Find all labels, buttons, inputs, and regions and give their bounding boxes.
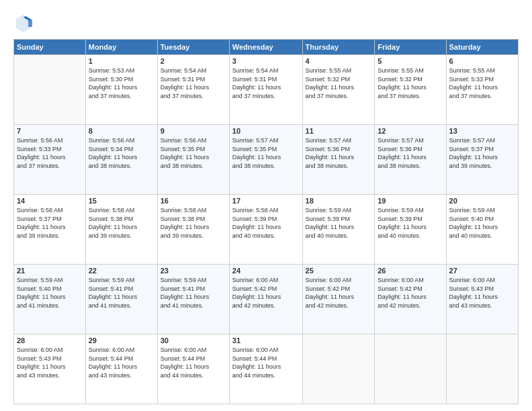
calendar-cell: 30Sunrise: 6:00 AM Sunset: 5:44 PM Dayli…	[157, 334, 229, 404]
calendar-cell: 16Sunrise: 5:58 AM Sunset: 5:38 PM Dayli…	[157, 195, 229, 265]
day-number: 22	[89, 267, 154, 275]
calendar-cell: 28Sunrise: 6:00 AM Sunset: 5:43 PM Dayli…	[14, 334, 86, 404]
calendar-cell: 10Sunrise: 5:57 AM Sunset: 5:35 PM Dayli…	[229, 125, 302, 195]
calendar-cell: 17Sunrise: 5:58 AM Sunset: 5:39 PM Dayli…	[229, 195, 302, 265]
calendar-cell: 22Sunrise: 5:59 AM Sunset: 5:41 PM Dayli…	[85, 265, 157, 334]
calendar-cell: 25Sunrise: 6:00 AM Sunset: 5:42 PM Dayli…	[302, 265, 375, 334]
calendar-week-row: 14Sunrise: 5:58 AM Sunset: 5:37 PM Dayli…	[14, 195, 519, 265]
day-number: 15	[89, 197, 154, 205]
logo	[13, 13, 36, 34]
day-number: 3	[232, 57, 300, 65]
day-info: Sunrise: 6:00 AM Sunset: 5:44 PM Dayligh…	[89, 346, 154, 379]
day-info: Sunrise: 5:55 AM Sunset: 5:32 PM Dayligh…	[306, 66, 372, 100]
day-info: Sunrise: 5:57 AM Sunset: 5:36 PM Dayligh…	[378, 136, 443, 170]
calendar-cell: 11Sunrise: 5:57 AM Sunset: 5:36 PM Dayli…	[302, 125, 375, 195]
day-info: Sunrise: 5:59 AM Sunset: 5:39 PM Dayligh…	[306, 206, 372, 240]
calendar-cell	[375, 334, 446, 404]
calendar-cell: 2Sunrise: 5:54 AM Sunset: 5:31 PM Daylig…	[157, 55, 229, 125]
day-number: 8	[89, 127, 154, 135]
calendar-cell: 13Sunrise: 5:57 AM Sunset: 5:37 PM Dayli…	[446, 125, 518, 195]
weekday-header: Wednesday	[229, 40, 302, 55]
calendar-table: SundayMondayTuesdayWednesdayThursdayFrid…	[13, 39, 519, 404]
day-info: Sunrise: 5:56 AM Sunset: 5:33 PM Dayligh…	[17, 136, 83, 170]
day-number: 31	[232, 336, 300, 345]
day-number: 5	[378, 57, 443, 65]
calendar-cell: 8Sunrise: 5:56 AM Sunset: 5:34 PM Daylig…	[85, 125, 157, 195]
day-number: 7	[17, 127, 83, 135]
calendar-cell: 31Sunrise: 6:00 AM Sunset: 5:44 PM Dayli…	[229, 334, 302, 404]
day-info: Sunrise: 5:56 AM Sunset: 5:34 PM Dayligh…	[89, 136, 154, 170]
day-number: 10	[232, 127, 300, 135]
day-number: 24	[232, 267, 300, 275]
calendar-cell: 3Sunrise: 5:54 AM Sunset: 5:31 PM Daylig…	[229, 55, 302, 125]
calendar-cell: 1Sunrise: 5:53 AM Sunset: 5:30 PM Daylig…	[85, 55, 157, 125]
calendar-cell: 14Sunrise: 5:58 AM Sunset: 5:37 PM Dayli…	[14, 195, 86, 265]
day-number: 14	[17, 197, 83, 205]
day-info: Sunrise: 6:00 AM Sunset: 5:43 PM Dayligh…	[449, 276, 515, 310]
day-number: 4	[306, 57, 372, 65]
calendar-cell: 5Sunrise: 5:55 AM Sunset: 5:32 PM Daylig…	[375, 55, 446, 125]
calendar-week-row: 21Sunrise: 5:59 AM Sunset: 5:40 PM Dayli…	[14, 265, 519, 334]
day-number: 16	[161, 197, 226, 205]
day-number: 12	[378, 127, 443, 135]
day-number: 25	[306, 267, 372, 275]
calendar-cell: 26Sunrise: 6:00 AM Sunset: 5:42 PM Dayli…	[375, 265, 446, 334]
day-number: 30	[161, 336, 226, 345]
day-info: Sunrise: 5:57 AM Sunset: 5:36 PM Dayligh…	[306, 136, 372, 170]
day-info: Sunrise: 5:57 AM Sunset: 5:37 PM Dayligh…	[449, 136, 515, 170]
day-info: Sunrise: 6:00 AM Sunset: 5:44 PM Dayligh…	[232, 346, 300, 379]
weekday-header: Monday	[85, 40, 157, 55]
day-info: Sunrise: 5:59 AM Sunset: 5:39 PM Dayligh…	[378, 206, 443, 240]
day-info: Sunrise: 5:59 AM Sunset: 5:40 PM Dayligh…	[449, 206, 515, 240]
day-number: 29	[89, 336, 154, 345]
day-info: Sunrise: 5:54 AM Sunset: 5:31 PM Dayligh…	[161, 66, 226, 100]
calendar-week-row: 7Sunrise: 5:56 AM Sunset: 5:33 PM Daylig…	[14, 125, 519, 195]
day-number: 21	[17, 267, 83, 275]
weekday-header-row: SundayMondayTuesdayWednesdayThursdayFrid…	[14, 40, 519, 55]
day-info: Sunrise: 6:00 AM Sunset: 5:42 PM Dayligh…	[306, 276, 372, 310]
day-number: 23	[161, 267, 226, 275]
day-info: Sunrise: 5:58 AM Sunset: 5:37 PM Dayligh…	[17, 206, 83, 240]
day-info: Sunrise: 5:58 AM Sunset: 5:38 PM Dayligh…	[161, 206, 226, 240]
day-info: Sunrise: 5:54 AM Sunset: 5:31 PM Dayligh…	[232, 66, 300, 100]
day-info: Sunrise: 6:00 AM Sunset: 5:42 PM Dayligh…	[232, 276, 300, 310]
logo-icon	[13, 13, 34, 34]
day-info: Sunrise: 5:53 AM Sunset: 5:30 PM Dayligh…	[89, 66, 154, 100]
day-info: Sunrise: 5:59 AM Sunset: 5:41 PM Dayligh…	[89, 276, 154, 310]
day-info: Sunrise: 6:00 AM Sunset: 5:43 PM Dayligh…	[17, 346, 83, 379]
day-info: Sunrise: 5:59 AM Sunset: 5:41 PM Dayligh…	[161, 276, 226, 310]
calendar-cell	[302, 334, 375, 404]
weekday-header: Thursday	[302, 40, 375, 55]
day-info: Sunrise: 6:00 AM Sunset: 5:42 PM Dayligh…	[378, 276, 443, 310]
header	[13, 11, 519, 34]
calendar-cell: 20Sunrise: 5:59 AM Sunset: 5:40 PM Dayli…	[446, 195, 518, 265]
calendar-cell: 7Sunrise: 5:56 AM Sunset: 5:33 PM Daylig…	[14, 125, 86, 195]
calendar-cell: 23Sunrise: 5:59 AM Sunset: 5:41 PM Dayli…	[157, 265, 229, 334]
calendar-cell	[446, 334, 518, 404]
calendar-cell: 24Sunrise: 6:00 AM Sunset: 5:42 PM Dayli…	[229, 265, 302, 334]
calendar-cell: 27Sunrise: 6:00 AM Sunset: 5:43 PM Dayli…	[446, 265, 518, 334]
calendar-cell: 6Sunrise: 5:55 AM Sunset: 5:33 PM Daylig…	[446, 55, 518, 125]
weekday-header: Saturday	[446, 40, 518, 55]
day-info: Sunrise: 5:59 AM Sunset: 5:40 PM Dayligh…	[17, 276, 83, 310]
day-number: 20	[449, 197, 515, 205]
calendar-week-row: 1Sunrise: 5:53 AM Sunset: 5:30 PM Daylig…	[14, 55, 519, 125]
day-number: 28	[17, 336, 83, 345]
day-number: 17	[232, 197, 300, 205]
day-number: 13	[449, 127, 515, 135]
calendar-cell: 18Sunrise: 5:59 AM Sunset: 5:39 PM Dayli…	[302, 195, 375, 265]
day-number: 11	[306, 127, 372, 135]
weekday-header: Sunday	[14, 40, 86, 55]
day-number: 6	[449, 57, 515, 65]
day-number: 2	[161, 57, 226, 65]
calendar-cell: 9Sunrise: 5:56 AM Sunset: 5:35 PM Daylig…	[157, 125, 229, 195]
day-number: 19	[378, 197, 443, 205]
calendar-cell: 21Sunrise: 5:59 AM Sunset: 5:40 PM Dayli…	[14, 265, 86, 334]
calendar-cell: 29Sunrise: 6:00 AM Sunset: 5:44 PM Dayli…	[85, 334, 157, 404]
calendar-cell: 19Sunrise: 5:59 AM Sunset: 5:39 PM Dayli…	[375, 195, 446, 265]
calendar-cell: 4Sunrise: 5:55 AM Sunset: 5:32 PM Daylig…	[302, 55, 375, 125]
day-info: Sunrise: 5:55 AM Sunset: 5:32 PM Dayligh…	[378, 66, 443, 100]
svg-marker-2	[28, 20, 32, 27]
day-info: Sunrise: 5:58 AM Sunset: 5:39 PM Dayligh…	[232, 206, 300, 240]
day-info: Sunrise: 6:00 AM Sunset: 5:44 PM Dayligh…	[161, 346, 226, 379]
